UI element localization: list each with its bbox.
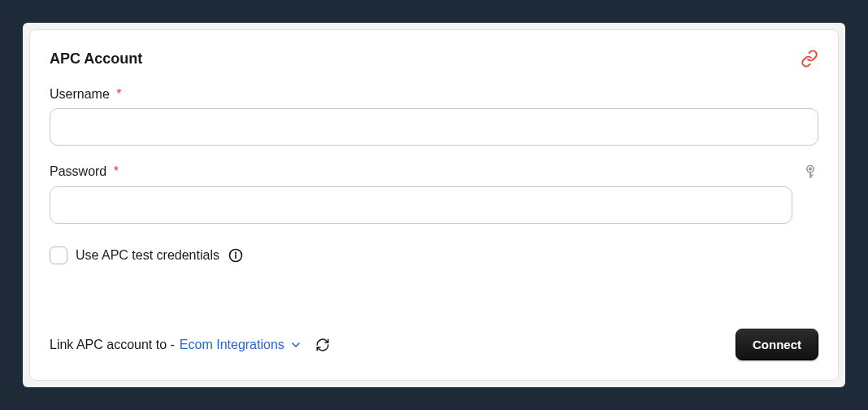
link-prefix: Link APC account to -: [50, 338, 175, 352]
outer-container: APC Account Username * Password: [23, 23, 845, 387]
refresh-icon[interactable]: [315, 338, 330, 352]
svg-point-1: [809, 168, 812, 170]
account-name: Ecom Integrations: [180, 338, 284, 352]
password-label: Password: [50, 164, 106, 178]
svg-point-4: [236, 252, 237, 253]
info-icon[interactable]: [228, 247, 244, 264]
username-input[interactable]: [50, 108, 818, 146]
link-icon[interactable]: [801, 50, 818, 68]
svg-point-0: [807, 166, 814, 172]
password-input-wrap: [50, 186, 818, 224]
card-title: APC Account: [50, 50, 142, 68]
password-input[interactable]: [50, 186, 792, 224]
key-icon[interactable]: [802, 164, 818, 180]
account-select[interactable]: Ecom Integrations: [180, 338, 302, 352]
connect-button[interactable]: Connect: [736, 329, 818, 360]
username-field: Username *: [50, 87, 818, 146]
test-credentials-checkbox[interactable]: [50, 246, 67, 264]
link-account-row: Link APC account to - Ecom Integrations: [50, 338, 330, 352]
test-credentials-row: Use APC test credentials: [50, 246, 818, 264]
password-label-row: Password *: [50, 164, 818, 180]
test-credentials-label: Use APC test credentials: [76, 248, 219, 263]
account-card: APC Account Username * Password: [29, 29, 839, 381]
username-label: Username: [50, 87, 110, 101]
username-label-row: Username *: [50, 87, 818, 102]
password-required: *: [114, 164, 119, 178]
card-header: APC Account: [50, 50, 818, 68]
username-required: *: [116, 87, 121, 101]
chevron-down-icon: [289, 338, 302, 351]
card-footer: Link APC account to - Ecom Integrations: [50, 329, 818, 360]
password-field: Password *: [50, 164, 818, 224]
